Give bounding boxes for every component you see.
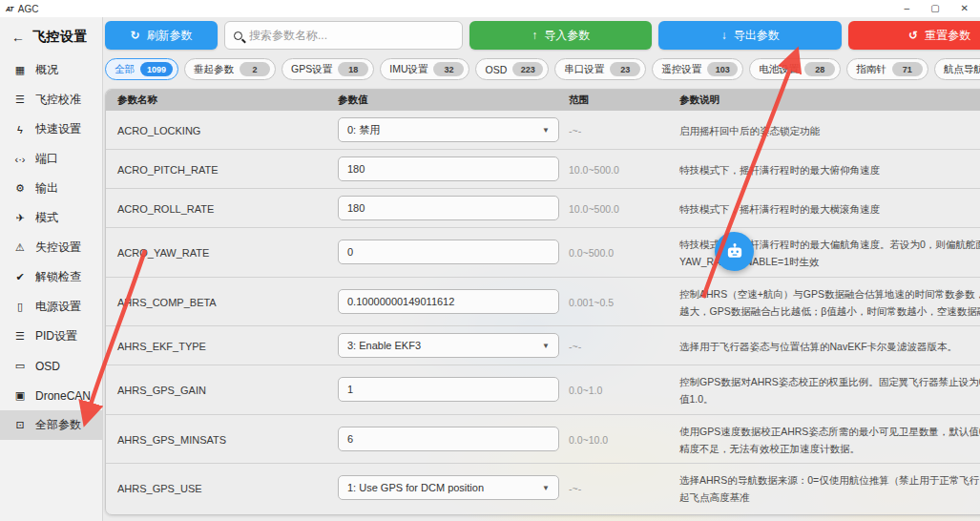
pid-sliders-icon: ☰ [13, 330, 27, 343]
window-titlebar: AT AGC – ▢ ✕ [0, 0, 980, 17]
sidebar-item-4[interactable]: ‹·› 端口 [0, 144, 102, 174]
param-range: 0.0~500.0 [569, 247, 614, 259]
param-value-input[interactable]: 1 [338, 377, 559, 402]
category-tab[interactable]: 指南针 71 [846, 58, 928, 80]
category-tab[interactable]: 串口设置 23 [554, 58, 646, 80]
param-name: AHRS_GPS_USE [117, 483, 202, 494]
param-range: 0.0~10.0 [569, 434, 608, 446]
back-arrow-icon[interactable]: ← [11, 30, 25, 45]
assistant-robot-button[interactable] [715, 232, 754, 271]
param-range: 10.0~500.0 [569, 164, 619, 176]
sidebar-item-2[interactable]: ☰ 飞控校准 [0, 85, 102, 115]
category-tab[interactable]: 航点导航 3 [934, 58, 980, 80]
param-value-input[interactable]: 180 [338, 156, 559, 181]
table-body: ACRO_LOCKING 0: 禁用 ▼ -~- 启用摇杆回中后的姿态锁定功能 … [106, 111, 980, 512]
params-toolbar: ↻ 刷新参数 ↑ 导入参数 ↓ 导出参数 ↺ 重置参数 ↻ 重启飞控 [105, 21, 980, 50]
param-name: ACRO_LOCKING [117, 125, 200, 136]
param-value: 0: 禁用 [347, 123, 380, 137]
param-row: ACRO_YAW_RATE 0 0.0~500.0 特技模式下，摇杆满行程时的最… [106, 227, 980, 277]
category-tab[interactable]: 遥控设置 103 [652, 58, 743, 80]
param-range: 0.0~1.0 [569, 385, 602, 396]
param-description: 控制AHRS（空速+航向）与GPS数据融合估算地速的时间常数参数，时间常数τ=0… [679, 288, 980, 317]
category-tab-label: 电池设置 [759, 63, 799, 76]
param-row: AHRS_GPS_MINSATS 6 0.0~10.0 使用GPS速度数据校正A… [106, 414, 980, 464]
sidebar-item-12[interactable]: ▣ DroneCAN [0, 381, 102, 410]
param-value-select[interactable]: 0: 禁用 ▼ [338, 117, 559, 142]
sidebar-item-1[interactable]: ▦ 概况 [0, 55, 102, 85]
param-value-input[interactable]: 0 [338, 240, 559, 264]
sidebar-item-label: 模式 [35, 210, 58, 226]
param-description: 选择用于飞行器姿态与位置估算的NavEKF卡尔曼滤波器版本。 [679, 341, 957, 352]
sidebar-item-7[interactable]: ⚠ 失控设置 [0, 233, 102, 262]
category-count-badge: 1099 [140, 62, 173, 76]
param-row: AHRS_EKF_TYPE 3: Enable EKF3 ▼ -~- 选择用于飞… [106, 325, 980, 365]
category-tab[interactable]: 电池设置 28 [749, 58, 841, 80]
param-value-input[interactable]: 6 [338, 427, 559, 451]
category-tab-label: OSD [485, 64, 507, 75]
param-value-input[interactable]: 0.10000000149011612 [338, 289, 559, 314]
chevron-down-icon: ▼ [542, 484, 550, 492]
category-tab[interactable]: 全部 1099 [105, 58, 178, 80]
sidebar-item-6[interactable]: ✈ 模式 [0, 203, 102, 233]
sidebar-item-label: 概况 [35, 62, 58, 78]
main-content: ↻ 刷新参数 ↑ 导入参数 ↓ 导出参数 ↺ 重置参数 ↻ 重启飞控 [103, 17, 980, 521]
param-description: 特技模式下，摇杆满行程时的最大俯仰角速度 [679, 164, 880, 176]
sidebar-menu: ▦ 概况 ☰ 飞控校准 ϟ 快速设置 ‹·› 端口 ⚙ 输出 ✈ 模式 ⚠ 失控… [0, 55, 102, 440]
column-header-value: 参数值 [338, 94, 567, 107]
column-header-name: 参数名称 [106, 94, 338, 107]
sidebar-item-label: OSD [35, 360, 60, 373]
category-count-badge: 32 [433, 62, 464, 76]
sidebar-item-11[interactable]: ▭ OSD [0, 351, 102, 381]
category-tab[interactable]: 垂起参数 2 [184, 58, 276, 80]
param-row: AHRS_GPS_USE 1: Use GPS for DCM position… [106, 463, 980, 512]
param-description: 控制GPS数据对AHRS姿态校正的权重比例。固定翼飞行器禁止设为0，否则转弯时易… [679, 376, 980, 405]
param-name: ACRO_ROLL_RATE [117, 203, 214, 215]
category-tab[interactable]: OSD 223 [475, 58, 549, 80]
category-count-badge: 223 [512, 62, 543, 76]
param-value-select[interactable]: 1: Use GPS for DCM position ▼ [338, 475, 559, 500]
arming-shield-check-icon: ✔ [13, 271, 27, 283]
search-input[interactable] [249, 29, 453, 42]
sidebar-item-9[interactable]: ▯ 电源设置 [0, 292, 102, 322]
reset-params-button[interactable]: ↺ 重置参数 [848, 21, 980, 50]
minimize-icon[interactable]: – [905, 4, 910, 13]
column-header-desc: 参数说明 [679, 94, 980, 107]
sidebar-item-label: 端口 [35, 151, 58, 167]
param-range: 10.0~500.0 [569, 203, 619, 215]
sidebar-item-label: 输出 [35, 180, 58, 197]
param-description: 选择AHRS的导航数据来源：0=仅使用航位推算（禁止用于正常飞行）；2=GPS数… [679, 474, 980, 503]
sidebar: ← 飞控设置 ▦ 概况 ☰ 飞控校准 ϟ 快速设置 ‹·› 端口 ⚙ 输出 ✈ … [0, 17, 103, 521]
window-controls: – ▢ ✕ [905, 4, 974, 13]
category-tab-label: GPS设置 [291, 63, 332, 76]
sidebar-item-10[interactable]: ☰ PID设置 [0, 322, 102, 351]
category-tab-label: 航点导航 [944, 63, 980, 76]
output-gear-icon: ⚙ [13, 182, 27, 195]
category-tab[interactable]: GPS设置 18 [281, 58, 374, 80]
param-description: 特技模式下，摇杆满行程时的最大横滚角速度 [679, 203, 880, 215]
param-row: ACRO_LOCKING 0: 禁用 ▼ -~- 启用摇杆回中后的姿态锁定功能 … [106, 111, 980, 149]
param-value-input[interactable]: 180 [338, 196, 559, 220]
param-name: AHRS_EKF_TYPE [117, 341, 206, 352]
sidebar-item-13[interactable]: ⊡ 全部参数 [0, 410, 102, 440]
category-tab[interactable]: IMU设置 32 [380, 58, 469, 80]
param-value: 3: Enable EKF3 [347, 340, 421, 351]
close-icon[interactable]: ✕ [961, 4, 969, 13]
param-description: 启用摇杆回中后的姿态锁定功能 [679, 125, 820, 136]
sidebar-item-3[interactable]: ϟ 快速设置 [0, 115, 102, 144]
sidebar-item-label: 快速设置 [35, 121, 81, 137]
param-value: 0.10000000149011612 [347, 296, 454, 307]
category-tab-label: 遥控设置 [661, 63, 701, 76]
refresh-params-button[interactable]: ↻ 刷新参数 [105, 21, 218, 50]
param-name: ACRO_YAW_RATE [117, 247, 209, 259]
param-name: AHRS_GPS_MINSATS [117, 434, 226, 446]
sidebar-item-5[interactable]: ⚙ 输出 [0, 174, 102, 203]
export-params-button[interactable]: ↓ 导出参数 [658, 21, 841, 50]
param-range: 0.001~0.5 [569, 297, 614, 308]
sidebar-item-label: 解锁检查 [35, 269, 81, 285]
param-value: 0 [347, 246, 353, 258]
param-value-select[interactable]: 3: Enable EKF3 ▼ [338, 333, 559, 358]
maximize-icon[interactable]: ▢ [930, 4, 939, 13]
import-params-button[interactable]: ↑ 导入参数 [469, 21, 652, 50]
sidebar-item-8[interactable]: ✔ 解锁检查 [0, 262, 102, 292]
page-title: 飞控设置 [32, 29, 88, 46]
